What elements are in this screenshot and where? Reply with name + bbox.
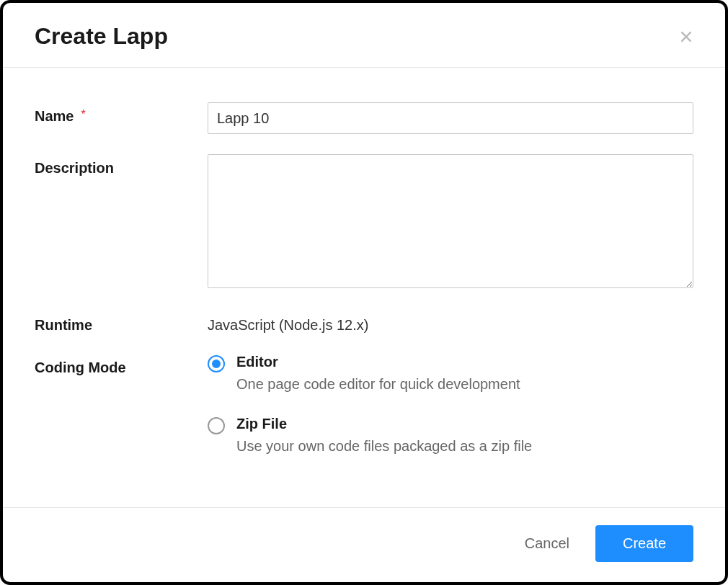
runtime-row: Runtime JavaScript (Node.js 12.x) xyxy=(35,311,693,334)
runtime-label: Runtime xyxy=(35,311,208,334)
coding-mode-radio-group: Editor One page code editor for quick de… xyxy=(208,354,693,455)
coding-mode-label: Coding Mode xyxy=(35,354,208,376)
radio-description-zip-file: Use your own code files packaged as a zi… xyxy=(236,438,693,455)
create-lapp-modal: Create Lapp Name* Description Runtime xyxy=(0,0,728,585)
runtime-value: JavaScript (Node.js 12.x) xyxy=(208,311,693,334)
radio-icon[interactable] xyxy=(208,417,225,434)
close-icon[interactable] xyxy=(679,30,693,44)
coding-mode-row: Coding Mode Editor One page code editor … xyxy=(35,354,693,455)
description-label: Description xyxy=(35,154,208,177)
modal-header: Create Lapp xyxy=(3,3,725,68)
radio-icon[interactable] xyxy=(208,355,225,372)
description-row: Description xyxy=(35,154,693,291)
radio-description-editor: One page code editor for quick developme… xyxy=(236,376,693,393)
modal-title: Create Lapp xyxy=(35,23,168,50)
cancel-button[interactable]: Cancel xyxy=(525,535,569,552)
radio-label-editor[interactable]: Editor xyxy=(236,354,693,370)
modal-body: Name* Description Runtime JavaScript (No… xyxy=(3,68,725,507)
radio-label-zip-file[interactable]: Zip File xyxy=(236,416,693,432)
name-input[interactable] xyxy=(208,102,693,134)
description-input[interactable] xyxy=(208,154,693,288)
modal-footer: Cancel Create xyxy=(3,507,725,582)
required-mark: * xyxy=(81,108,85,120)
create-button[interactable]: Create xyxy=(595,525,693,562)
radio-option-zip-file[interactable]: Zip File Use your own code files package… xyxy=(208,416,693,455)
name-row: Name* xyxy=(35,102,693,134)
radio-option-editor[interactable]: Editor One page code editor for quick de… xyxy=(208,354,693,393)
name-label: Name* xyxy=(35,102,208,125)
